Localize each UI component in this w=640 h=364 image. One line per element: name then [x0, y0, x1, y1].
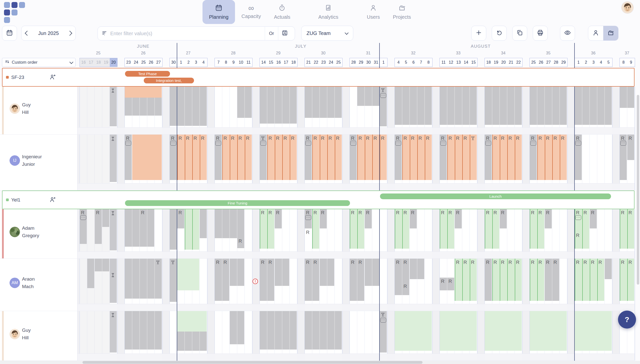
comment-bubble-icon[interactable]: ···: [440, 141, 446, 146]
phase-pill[interactable]: Launch: [380, 194, 611, 199]
funnel-icon[interactable]: [155, 260, 160, 266]
allocation-bar[interactable]: [170, 87, 207, 126]
nav-item-analytics[interactable]: Analytics: [312, 0, 345, 24]
allocation-bar[interactable]: [267, 134, 297, 180]
day-header-cell[interactable]: 19: [102, 58, 110, 67]
hourglass-icon[interactable]: [110, 312, 115, 319]
comment-bubble-icon[interactable]: ···: [350, 141, 356, 146]
day-header-cell[interactable]: 8: [222, 58, 230, 67]
day-header-cell[interactable]: 28: [350, 58, 357, 67]
hourglass-icon[interactable]: [110, 88, 115, 94]
allocation-bar[interactable]: [312, 134, 342, 180]
allocation-bar[interactable]: [410, 259, 424, 279]
allocation-bar[interactable]: [102, 209, 109, 227]
save-filter-button[interactable]: [278, 30, 291, 37]
allocation-bar[interactable]: [215, 209, 244, 238]
phase-pill[interactable]: Fine Tuning: [125, 200, 350, 206]
allocation-bar[interactable]: [170, 209, 177, 250]
day-header-cell[interactable]: 27: [155, 58, 162, 67]
day-header-cell[interactable]: 4: [597, 58, 605, 67]
day-header-cell[interactable]: 1: [380, 58, 387, 67]
allocation-bar[interactable]: [605, 259, 612, 279]
allocation-bar[interactable]: [305, 87, 342, 118]
allocation-bar[interactable]: [260, 87, 297, 124]
allocation-bar[interactable]: [575, 87, 612, 125]
day-header-cell[interactable]: 13: [455, 58, 462, 67]
allocation-bar[interactable]: [575, 311, 612, 351]
day-header-cell[interactable]: 4: [200, 58, 207, 67]
comment-bubble-icon[interactable]: ···: [80, 215, 86, 220]
comment-bubble-icon[interactable]: ···: [575, 215, 581, 220]
allocation-bar[interactable]: [237, 87, 252, 118]
allocation-bar[interactable]: [395, 87, 432, 125]
horizontal-scroll-thumb[interactable]: [83, 361, 422, 364]
day-header-cell[interactable]: 9: [230, 58, 237, 67]
project-group-row-sf23[interactable]: SF-23Test PhaseIntegration test,: [2, 68, 634, 87]
day-header-cell[interactable]: 27: [545, 58, 552, 67]
calendar-button[interactable]: [2, 26, 17, 41]
comment-bubble-icon[interactable]: ···: [380, 93, 386, 98]
projects-view[interactable]: [603, 26, 618, 40]
allocation-bar[interactable]: [395, 311, 432, 351]
day-header-cell[interactable]: 5: [605, 58, 612, 67]
comment-bubble-icon[interactable]: ···: [260, 141, 266, 146]
comment-bubble-icon[interactable]: ···: [575, 141, 581, 146]
funnel-icon[interactable]: [470, 136, 476, 142]
comment-bubble-icon[interactable]: ···: [620, 141, 626, 146]
print-button[interactable]: [533, 26, 548, 41]
project-group-row-yel1[interactable]: Yel1LaunchFine Tuning: [2, 190, 634, 209]
allocation-bar[interactable]: [125, 98, 162, 116]
nav-item-projects[interactable]: Projects: [386, 0, 417, 24]
assign-person-button[interactable]: [49, 196, 56, 204]
undo-button[interactable]: [492, 26, 507, 41]
allocation-bar[interactable]: [200, 209, 207, 238]
resource-row-timeline[interactable]: ···: [78, 87, 634, 134]
allocation-bar[interactable]: [357, 87, 379, 106]
phase-pill[interactable]: Integration test,: [144, 78, 194, 84]
add-button[interactable]: [471, 26, 486, 41]
comment-bubble-icon[interactable]: ···: [395, 141, 401, 146]
day-header-cell[interactable]: 25: [335, 58, 342, 67]
people-view[interactable]: [588, 26, 603, 40]
comment-bubble-icon[interactable]: ···: [530, 141, 536, 146]
allocation-bar[interactable]: [365, 259, 379, 286]
next-period-button[interactable]: [67, 31, 72, 36]
day-header-cell[interactable]: 7: [417, 58, 425, 67]
resource-row-timeline[interactable]: R···RRRRRRRR···RRRRRRRRRRRRRRRRRRR···RRR…: [78, 209, 634, 258]
day-header-cell[interactable]: 24: [132, 58, 140, 67]
day-header-cell[interactable]: 16: [275, 58, 282, 67]
filter-input[interactable]: [110, 31, 265, 36]
allocation-bar[interactable]: [177, 134, 207, 180]
duplicate-button[interactable]: [512, 26, 527, 41]
allocation-bar[interactable]: [110, 259, 117, 303]
allocation-bar[interactable]: [177, 311, 207, 332]
day-header-cell[interactable]: 9: [627, 58, 635, 67]
day-header-cell[interactable]: 20: [500, 58, 507, 67]
day-header-cell[interactable]: 1: [575, 58, 582, 67]
allocation-bar[interactable]: [87, 259, 94, 288]
allocation-bar[interactable]: [125, 87, 162, 98]
app-logo-icon[interactable]: [4, 2, 39, 22]
allocation-bar[interactable]: [177, 332, 207, 351]
comment-bubble-icon[interactable]: ···: [485, 141, 491, 146]
prev-period-button[interactable]: [25, 31, 30, 36]
day-header-cell[interactable]: 23: [125, 58, 132, 67]
day-header-cell[interactable]: 18: [485, 58, 492, 67]
day-header-cell[interactable]: 29: [357, 58, 365, 67]
resource-row-header[interactable]: GuyHill: [0, 87, 78, 134]
day-header-cell[interactable]: 21: [305, 58, 312, 67]
allocation-bar[interactable]: [485, 87, 522, 125]
resource-row-header[interactable]: IJIngenieurJunior: [0, 134, 78, 190]
hourglass-icon[interactable]: [110, 136, 115, 142]
resource-row-header[interactable]: AdamGregory: [0, 209, 78, 258]
resource-row-header[interactable]: GuyHill: [0, 311, 78, 360]
day-header-cell[interactable]: 11: [440, 58, 447, 67]
day-header-cell[interactable]: 25: [140, 58, 147, 67]
day-header-cell[interactable]: 31: [372, 58, 380, 67]
day-header-cell[interactable]: 16: [80, 58, 87, 67]
day-header-cell[interactable]: 1: [177, 58, 185, 67]
day-header-cell[interactable]: 3: [590, 58, 597, 67]
day-header-cell[interactable]: 28: [552, 58, 560, 67]
allocation-bar[interactable]: [185, 209, 199, 250]
comment-bubble-icon[interactable]: ···: [170, 141, 176, 146]
